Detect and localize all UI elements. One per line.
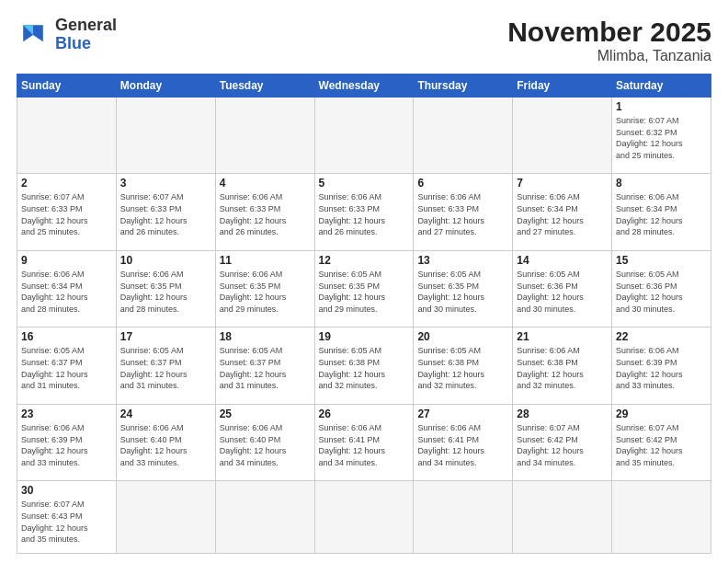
table-row: 10Sunrise: 6:06 AM Sunset: 6:35 PM Dayli…	[116, 250, 215, 327]
day-number: 25	[220, 408, 311, 420]
day-info: Sunrise: 6:05 AM Sunset: 6:38 PM Dayligh…	[417, 345, 508, 391]
logo: General Blue	[17, 17, 117, 53]
table-row: 28Sunrise: 6:07 AM Sunset: 6:42 PM Dayli…	[513, 404, 612, 480]
day-number: 2	[21, 177, 112, 190]
day-info: Sunrise: 6:06 AM Sunset: 6:39 PM Dayligh…	[21, 422, 112, 468]
day-number: 18	[220, 330, 311, 343]
col-thursday: Thursday	[414, 75, 513, 98]
table-row: 17Sunrise: 6:05 AM Sunset: 6:37 PM Dayli…	[116, 327, 215, 404]
day-info: Sunrise: 6:07 AM Sunset: 6:42 PM Dayligh…	[517, 422, 608, 468]
table-row: 3Sunrise: 6:07 AM Sunset: 6:33 PM Daylig…	[116, 174, 215, 250]
table-row	[414, 481, 513, 554]
table-row: 30Sunrise: 6:07 AM Sunset: 6:43 PM Dayli…	[17, 481, 117, 554]
table-row: 22Sunrise: 6:06 AM Sunset: 6:39 PM Dayli…	[612, 327, 711, 404]
day-info: Sunrise: 6:06 AM Sunset: 6:39 PM Dayligh…	[616, 345, 707, 391]
day-number: 9	[21, 254, 112, 267]
table-row	[513, 98, 612, 174]
table-row	[17, 98, 117, 174]
table-row	[314, 481, 414, 554]
table-row	[612, 481, 711, 554]
table-row: 5Sunrise: 6:06 AM Sunset: 6:33 PM Daylig…	[314, 174, 414, 250]
day-number: 27	[417, 408, 508, 420]
calendar-header-row: Sunday Monday Tuesday Wednesday Thursday…	[17, 75, 711, 98]
day-info: Sunrise: 6:05 AM Sunset: 6:36 PM Dayligh…	[616, 269, 707, 315]
table-row: 2Sunrise: 6:07 AM Sunset: 6:33 PM Daylig…	[17, 174, 117, 250]
table-row: 12Sunrise: 6:05 AM Sunset: 6:35 PM Dayli…	[314, 250, 414, 327]
day-number: 6	[417, 177, 508, 190]
table-row: 13Sunrise: 6:05 AM Sunset: 6:35 PM Dayli…	[414, 250, 513, 327]
day-number: 21	[517, 330, 608, 343]
day-number: 14	[517, 254, 608, 267]
day-info: Sunrise: 6:06 AM Sunset: 6:33 PM Dayligh…	[417, 191, 508, 237]
table-row: 6Sunrise: 6:06 AM Sunset: 6:33 PM Daylig…	[414, 174, 513, 250]
table-row: 26Sunrise: 6:06 AM Sunset: 6:41 PM Dayli…	[314, 404, 414, 480]
day-info: Sunrise: 6:07 AM Sunset: 6:33 PM Dayligh…	[21, 191, 112, 237]
day-info: Sunrise: 6:07 AM Sunset: 6:42 PM Dayligh…	[616, 422, 707, 468]
table-row: 9Sunrise: 6:06 AM Sunset: 6:34 PM Daylig…	[17, 250, 117, 327]
header: General Blue November 2025 Mlimba, Tanza…	[17, 17, 711, 64]
table-row: 7Sunrise: 6:06 AM Sunset: 6:34 PM Daylig…	[513, 174, 612, 250]
table-row: 23Sunrise: 6:06 AM Sunset: 6:39 PM Dayli…	[17, 404, 117, 480]
calendar-week-row: 2Sunrise: 6:07 AM Sunset: 6:33 PM Daylig…	[17, 174, 711, 250]
day-info: Sunrise: 6:07 AM Sunset: 6:33 PM Dayligh…	[120, 191, 211, 237]
day-info: Sunrise: 6:06 AM Sunset: 6:41 PM Dayligh…	[417, 422, 508, 468]
day-info: Sunrise: 6:06 AM Sunset: 6:34 PM Dayligh…	[616, 191, 707, 237]
day-info: Sunrise: 6:05 AM Sunset: 6:37 PM Dayligh…	[220, 345, 311, 391]
day-number: 1	[616, 100, 707, 113]
day-number: 30	[21, 484, 112, 497]
calendar-week-row: 23Sunrise: 6:06 AM Sunset: 6:39 PM Dayli…	[17, 404, 711, 480]
day-info: Sunrise: 6:06 AM Sunset: 6:34 PM Dayligh…	[517, 191, 608, 237]
day-number: 28	[517, 408, 608, 420]
table-row: 25Sunrise: 6:06 AM Sunset: 6:40 PM Dayli…	[215, 404, 314, 480]
day-number: 7	[517, 177, 608, 190]
table-row: 18Sunrise: 6:05 AM Sunset: 6:37 PM Dayli…	[215, 327, 314, 404]
table-row	[215, 98, 314, 174]
table-row: 27Sunrise: 6:06 AM Sunset: 6:41 PM Dayli…	[414, 404, 513, 480]
col-sunday: Sunday	[17, 75, 117, 98]
table-row: 29Sunrise: 6:07 AM Sunset: 6:42 PM Dayli…	[612, 404, 711, 480]
day-number: 17	[120, 330, 211, 343]
day-info: Sunrise: 6:06 AM Sunset: 6:35 PM Dayligh…	[120, 269, 211, 315]
day-info: Sunrise: 6:06 AM Sunset: 6:38 PM Dayligh…	[517, 345, 608, 391]
day-number: 4	[220, 177, 311, 190]
table-row	[314, 98, 414, 174]
calendar-subtitle: Mlimba, Tanzania	[507, 48, 711, 64]
table-row: 11Sunrise: 6:06 AM Sunset: 6:35 PM Dayli…	[215, 250, 314, 327]
table-row: 15Sunrise: 6:05 AM Sunset: 6:36 PM Dayli…	[612, 250, 711, 327]
col-friday: Friday	[513, 75, 612, 98]
calendar-table: Sunday Monday Tuesday Wednesday Thursday…	[17, 74, 711, 554]
day-number: 13	[417, 254, 508, 267]
logo-general: General	[55, 16, 117, 34]
day-info: Sunrise: 6:05 AM Sunset: 6:35 PM Dayligh…	[417, 269, 508, 315]
generalblue-logo-icon	[17, 18, 50, 52]
table-row: 8Sunrise: 6:06 AM Sunset: 6:34 PM Daylig…	[612, 174, 711, 250]
col-wednesday: Wednesday	[314, 75, 414, 98]
page: General Blue November 2025 Mlimba, Tanza…	[0, 0, 728, 563]
day-number: 11	[220, 254, 311, 267]
col-saturday: Saturday	[612, 75, 711, 98]
col-monday: Monday	[116, 75, 215, 98]
day-info: Sunrise: 6:06 AM Sunset: 6:33 PM Dayligh…	[319, 191, 410, 237]
table-row: 14Sunrise: 6:05 AM Sunset: 6:36 PM Dayli…	[513, 250, 612, 327]
day-info: Sunrise: 6:06 AM Sunset: 6:34 PM Dayligh…	[21, 269, 112, 315]
day-info: Sunrise: 6:05 AM Sunset: 6:37 PM Dayligh…	[120, 345, 211, 391]
table-row: 20Sunrise: 6:05 AM Sunset: 6:38 PM Dayli…	[414, 327, 513, 404]
day-number: 22	[616, 330, 707, 343]
table-row: 24Sunrise: 6:06 AM Sunset: 6:40 PM Dayli…	[116, 404, 215, 480]
col-tuesday: Tuesday	[215, 75, 314, 98]
table-row	[116, 98, 215, 174]
day-number: 26	[319, 408, 410, 420]
day-number: 12	[319, 254, 410, 267]
table-row: 16Sunrise: 6:05 AM Sunset: 6:37 PM Dayli…	[17, 327, 117, 404]
calendar-week-row: 16Sunrise: 6:05 AM Sunset: 6:37 PM Dayli…	[17, 327, 711, 404]
day-number: 19	[319, 330, 410, 343]
calendar-week-row: 30Sunrise: 6:07 AM Sunset: 6:43 PM Dayli…	[17, 481, 711, 554]
table-row: 19Sunrise: 6:05 AM Sunset: 6:38 PM Dayli…	[314, 327, 414, 404]
day-info: Sunrise: 6:05 AM Sunset: 6:37 PM Dayligh…	[21, 345, 112, 391]
day-number: 23	[21, 408, 112, 420]
table-row	[215, 481, 314, 554]
day-number: 8	[616, 177, 707, 190]
day-info: Sunrise: 6:06 AM Sunset: 6:35 PM Dayligh…	[220, 269, 311, 315]
day-info: Sunrise: 6:06 AM Sunset: 6:40 PM Dayligh…	[220, 422, 311, 468]
day-info: Sunrise: 6:07 AM Sunset: 6:43 PM Dayligh…	[21, 499, 112, 545]
